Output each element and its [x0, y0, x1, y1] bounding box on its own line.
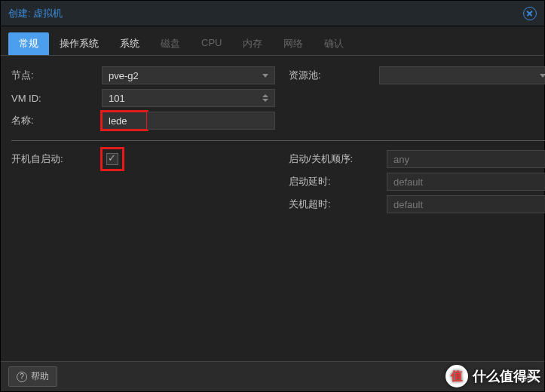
chevron-down-icon — [540, 74, 545, 78]
bottombar: ? 帮助 高级 — [1, 361, 544, 391]
spinner-icon — [262, 94, 268, 102]
titlebar: 创建: 虚拟机 — [1, 1, 544, 26]
shutdown-timeout-label: 关机超时: — [289, 198, 387, 211]
pool-label: 资源池: — [289, 69, 379, 82]
chevron-down-icon — [262, 74, 268, 78]
vmid-label: VM ID: — [11, 93, 102, 104]
tab-confirm: 确认 — [314, 32, 354, 55]
tab-os[interactable]: 操作系统 — [49, 32, 109, 55]
startup-delay-input[interactable]: default — [387, 173, 545, 191]
tab-memory: 内存 — [232, 32, 273, 55]
tab-system[interactable]: 系统 — [109, 32, 150, 55]
section-divider — [11, 140, 545, 141]
node-label: 节点: — [11, 69, 102, 82]
advanced-toggle-label[interactable]: 高级 — [517, 370, 537, 384]
tab-network: 网络 — [273, 32, 314, 55]
name-label: 名称: — [11, 114, 102, 127]
order-label: 启动/关机顺序: — [289, 152, 387, 166]
node-select[interactable]: pve-g2 — [102, 66, 275, 84]
close-icon[interactable] — [523, 7, 537, 20]
startboot-checkbox-wrap — [102, 149, 123, 170]
form-body: 节点: pve-g2 VM ID: 101 名称: — [1, 56, 544, 361]
wizard-tabs: 常规 操作系统 系统 磁盘 CPU 内存 网络 确认 — [1, 26, 544, 56]
pool-select[interactable] — [379, 66, 545, 84]
help-icon: ? — [17, 372, 27, 382]
name-input-tail[interactable] — [147, 112, 275, 130]
tab-general[interactable]: 常规 — [8, 32, 49, 55]
help-button[interactable]: ? 帮助 — [8, 366, 57, 387]
order-input[interactable]: any — [387, 150, 545, 168]
shutdown-timeout-input[interactable]: default — [387, 195, 545, 213]
startboot-checkbox[interactable] — [106, 153, 118, 165]
tab-cpu: CPU — [191, 32, 232, 55]
dialog-title: 创建: 虚拟机 — [8, 7, 63, 20]
startboot-label: 开机自启动: — [11, 152, 102, 166]
create-vm-dialog: 创建: 虚拟机 常规 操作系统 系统 磁盘 CPU 内存 网络 确认 节点: p… — [0, 0, 545, 392]
name-input[interactable]: lede — [102, 112, 147, 130]
startup-delay-label: 启动延时: — [289, 175, 387, 188]
vmid-input[interactable]: 101 — [102, 89, 275, 107]
tab-disk: 磁盘 — [150, 32, 191, 55]
